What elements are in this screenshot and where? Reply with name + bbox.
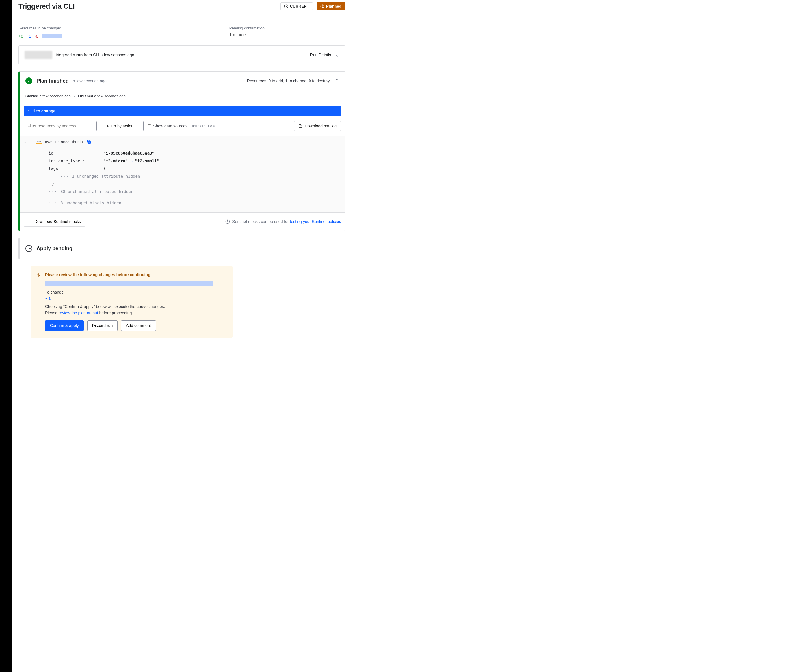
pending-meta: Pending confirmation 1 minute xyxy=(229,26,265,38)
redacted-block xyxy=(45,280,212,286)
change-count: ~1 xyxy=(27,34,31,38)
to-change-label: To change xyxy=(45,290,225,294)
review-panel: Please review the following changes befo… xyxy=(30,266,233,338)
download-raw-log-button[interactable]: Download raw log xyxy=(294,121,341,131)
change-count-value: ~ 1 xyxy=(45,296,225,301)
review-plan-link[interactable]: review the plan output xyxy=(59,310,98,315)
page-title: Triggered via CLI xyxy=(19,2,75,10)
dots-icon: ··· xyxy=(60,173,69,180)
resource-name: aws_instance.ubuntu xyxy=(45,139,83,144)
chevron-down-icon: ⌄ xyxy=(24,139,27,144)
filter-action-button[interactable]: Filter by action ⌄ xyxy=(96,121,144,131)
destroy-count: -0 xyxy=(35,34,38,38)
info-icon xyxy=(225,219,230,224)
add-comment-button[interactable]: Add comment xyxy=(121,320,156,331)
download-mocks-button[interactable]: Download Sentinel mocks xyxy=(24,217,85,227)
tilde-icon: ~ xyxy=(28,109,30,113)
chevron-down-icon: ⌄ xyxy=(335,52,339,58)
clock-icon xyxy=(284,4,288,8)
plan-title: Plan finished xyxy=(37,78,69,84)
resource-header[interactable]: ⌄ ~ aws aws_instance.ubuntu xyxy=(20,136,345,148)
planned-badge: Planned xyxy=(316,2,345,10)
left-sidebar xyxy=(0,0,11,349)
apply-title: Apply pending xyxy=(37,246,72,252)
add-count: +0 xyxy=(19,34,23,38)
plan-timestamps: Started a few seconds ago › Finished a f… xyxy=(20,90,345,102)
dots-icon: ··· xyxy=(48,188,57,195)
apply-card: Apply pending xyxy=(19,238,345,259)
tilde-icon: ~ xyxy=(38,157,40,165)
download-icon xyxy=(28,219,32,224)
run-details-toggle[interactable]: Run Details ⌄ xyxy=(310,52,339,58)
tf-version: Terraform 1.8.0 xyxy=(192,124,215,128)
current-badge: CURRENT xyxy=(280,2,313,10)
show-sources-checkbox[interactable]: Show data sources xyxy=(148,124,187,128)
plan-resources-summary: Resources: 0 to add, 1 to change, 0 to d… xyxy=(247,78,330,83)
resources-meta: Resources to be changed +0 ~1 -0 xyxy=(19,26,62,38)
dots-icon: ··· xyxy=(48,199,57,207)
plan-card: ✓ Plan finished a few seconds ago Resour… xyxy=(19,71,345,231)
change-icon xyxy=(37,272,41,277)
clock-icon xyxy=(26,245,32,252)
run-trigger-text: triggered a run from CLI a few seconds a… xyxy=(56,53,134,57)
redacted-block xyxy=(42,34,62,38)
file-icon xyxy=(298,124,302,128)
confirm-apply-button[interactable]: Confirm & apply xyxy=(45,320,84,331)
review-title: Please review the following changes befo… xyxy=(45,272,225,277)
alert-icon xyxy=(320,4,324,8)
filter-icon xyxy=(101,124,105,128)
plan-time: a few seconds ago xyxy=(73,78,107,83)
run-details-card: triggered a run from CLI a few seconds a… xyxy=(19,45,345,64)
user-redacted xyxy=(24,51,52,59)
sentinel-policies-link[interactable]: testing your Sentinel policies xyxy=(290,219,341,224)
chevron-up-icon[interactable]: ⌃ xyxy=(335,78,339,84)
change-banner[interactable]: ~ 1 to change xyxy=(24,106,341,116)
mocks-info: Sentinel mocks can be used for testing y… xyxy=(225,219,341,224)
filter-input[interactable] xyxy=(24,121,93,131)
arrow-right-icon: → xyxy=(130,158,133,163)
discard-run-button[interactable]: Discard run xyxy=(87,320,118,331)
chevron-down-icon: ⌄ xyxy=(136,124,139,128)
copy-icon[interactable] xyxy=(87,139,91,144)
tilde-icon: ~ xyxy=(30,139,33,144)
resource-block: ⌄ ~ aws aws_instance.ubuntu id : "i-09c8… xyxy=(20,136,345,212)
diff-body: id : "i-09c860ed8bae85aa3" ~ instance_ty… xyxy=(20,148,345,212)
check-circle-icon: ✓ xyxy=(26,77,32,84)
provider-badge: aws xyxy=(37,140,42,144)
